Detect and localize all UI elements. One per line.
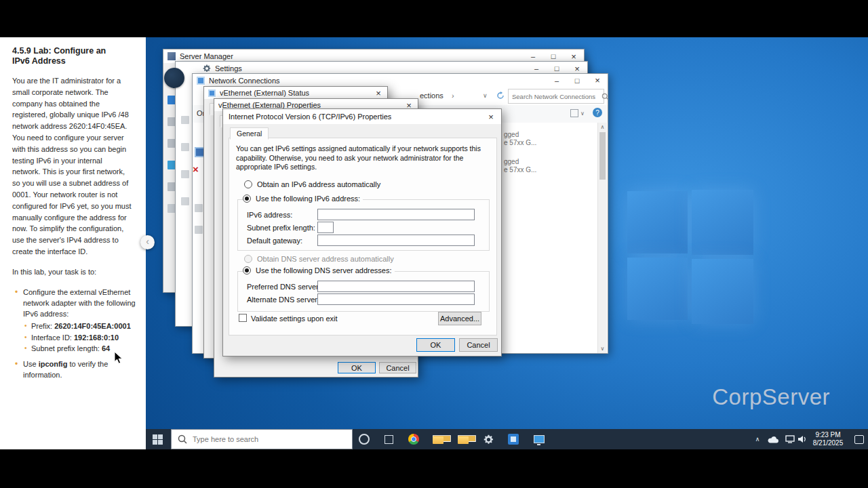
- cancel-button[interactable]: Cancel: [459, 338, 498, 352]
- panel-collapse-button[interactable]: ‹: [140, 235, 155, 249]
- breadcrumb[interactable]: ections: [420, 92, 443, 100]
- subitem-value: 2620:14F0:45EA:0001: [54, 322, 131, 330]
- clock[interactable]: 9:23 PM 8/21/2025: [809, 429, 847, 449]
- view-dropdown-icon[interactable]: ∨: [580, 110, 585, 117]
- hyperv-manager-button[interactable]: [503, 429, 524, 449]
- network-adapter-icon[interactable]: [195, 226, 203, 234]
- settings-gear-icon: [203, 64, 211, 73]
- task-subitem-interface-id: Interface ID: 192:168:0:10: [31, 332, 137, 343]
- radio-label[interactable]: Obtain an IPv6 address automatically: [257, 180, 380, 188]
- radio-circle[interactable]: [244, 180, 252, 188]
- radio-use-ipv6-address[interactable]: Use the following IPv6 address:: [243, 195, 363, 203]
- window-title: Network Connections: [209, 77, 280, 85]
- action-center-icon: [854, 435, 864, 444]
- subnet-prefix-label: Subnet prefix length:: [247, 224, 315, 232]
- cancel-button[interactable]: Cancel: [379, 362, 416, 373]
- onedrive-tray-button[interactable]: [765, 429, 781, 449]
- cortana-icon: [359, 434, 370, 445]
- task-item-configure-adapter: Configure the external vEthernet network…: [23, 287, 137, 354]
- validate-settings-label[interactable]: Validate settings upon exit: [251, 314, 338, 323]
- radio-obtain-ipv6-auto[interactable]: Obtain an IPv6 address automatically: [244, 180, 383, 188]
- chrome-button[interactable]: [403, 429, 424, 449]
- settings-button[interactable]: [478, 429, 498, 449]
- task-sublist: Prefix: 2620:14F0:45EA:0001 Interface ID…: [23, 321, 137, 354]
- refresh-icon[interactable]: [496, 92, 505, 100]
- screen: 4.5.9 Lab: Configure an IPv6 Address You…: [0, 0, 868, 488]
- window-title: Server Manager: [180, 52, 233, 60]
- radio-circle[interactable]: [243, 266, 251, 274]
- server-manager-icon: [167, 52, 176, 60]
- taskbar-search-input[interactable]: [187, 434, 352, 444]
- windows-logo-tile: [627, 258, 688, 320]
- task-text: Configure the external vEthernet network…: [23, 288, 136, 318]
- radio-label[interactable]: Use the following IPv6 address:: [256, 195, 360, 203]
- taskbar-search-box[interactable]: [171, 429, 353, 449]
- tray-expand-button[interactable]: ∧: [751, 429, 764, 449]
- address-dropdown-icon[interactable]: ∨: [483, 92, 488, 99]
- volume-tray-button[interactable]: [794, 429, 810, 449]
- close-button[interactable]: ×: [587, 74, 608, 87]
- validate-settings-checkbox[interactable]: [239, 314, 247, 322]
- tab-general[interactable]: General: [230, 127, 269, 140]
- network-connections-titlebar[interactable]: Network Connections – □ ×: [193, 74, 608, 87]
- task-subitem-prefix: Prefix: 2620:14F0:45EA:0001: [31, 321, 137, 331]
- default-gateway-label: Default gateway:: [247, 237, 302, 245]
- speaker-icon: [798, 435, 807, 443]
- windows-logo-tile: [627, 191, 688, 253]
- breadcrumb-chevron-icon[interactable]: ›: [452, 92, 454, 100]
- dialog-title: vEthernet (External) Status: [220, 89, 309, 97]
- search-icon: [178, 434, 187, 444]
- minimize-button[interactable]: –: [547, 74, 567, 87]
- radio-circle[interactable]: [243, 195, 251, 203]
- subitem-value: 192:168:0:10: [74, 333, 119, 342]
- scroll-down-icon[interactable]: ∨: [598, 344, 607, 353]
- ipv6-address-label: IPv6 address:: [247, 211, 292, 219]
- cortana-button[interactable]: [354, 429, 374, 449]
- advanced-button[interactable]: Advanced...: [438, 312, 481, 325]
- radio-circle: [244, 255, 252, 263]
- search-icon: [601, 93, 609, 100]
- window-title: Settings: [215, 64, 242, 73]
- file-explorer-button[interactable]: [428, 429, 448, 449]
- help-icon[interactable]: ?: [593, 108, 602, 117]
- task-view-button[interactable]: [378, 429, 399, 449]
- vertical-scrollbar[interactable]: ∧ ∨: [597, 123, 607, 353]
- vm-connection-button[interactable]: [529, 429, 549, 449]
- radio-label[interactable]: Use the following DNS server addresses:: [256, 266, 392, 274]
- preferred-dns-field[interactable]: [317, 281, 475, 292]
- settings-nav-icon: [181, 116, 189, 124]
- chevron-up-icon: ∧: [755, 436, 760, 443]
- start-button[interactable]: [146, 429, 170, 449]
- scrollbar-thumb[interactable]: [599, 132, 606, 180]
- lab-description: You are the IT administrator for a small…: [12, 75, 132, 258]
- lab-title: 4.5.9 Lab: Configure an IPv6 Address: [12, 46, 122, 66]
- close-button[interactable]: ×: [481, 109, 501, 124]
- windows-start-icon: [153, 434, 163, 445]
- ipv6-dialog-titlebar[interactable]: Internet Protocol Version 6 (TCP/IPv6) P…: [223, 109, 501, 124]
- disabled-x-icon: ×: [193, 163, 199, 175]
- task-view-icon: [384, 435, 393, 444]
- status-dialog-titlebar[interactable]: vEthernet (External) Status ×: [204, 87, 387, 99]
- ipv6-address-field[interactable]: [317, 209, 475, 220]
- ok-button[interactable]: OK: [338, 362, 376, 373]
- explorer-search-input[interactable]: [509, 93, 601, 100]
- alternate-dns-field[interactable]: [317, 293, 475, 305]
- radio-use-dns-addresses[interactable]: Use the following DNS server addresses:: [243, 266, 395, 274]
- network-icon: [785, 435, 795, 443]
- lab-instructions-panel: 4.5.9 Lab: Configure an IPv6 Address You…: [0, 37, 146, 449]
- settings-nav-icon: [181, 170, 189, 178]
- network-adapter-icon[interactable]: [195, 204, 203, 212]
- close-button[interactable]: ×: [370, 87, 387, 99]
- scroll-up-icon[interactable]: ∧: [598, 123, 607, 131]
- ok-button[interactable]: OK: [416, 338, 455, 352]
- task-text-bold: ipconfig: [39, 360, 68, 368]
- network-connections-icon: [197, 77, 205, 85]
- folder-button[interactable]: [453, 429, 473, 449]
- explorer-search-box[interactable]: [508, 89, 604, 104]
- default-gateway-field[interactable]: [317, 235, 475, 246]
- view-grid-icon[interactable]: [570, 109, 578, 117]
- action-center-button[interactable]: [850, 429, 868, 449]
- subnet-prefix-field[interactable]: [317, 222, 334, 233]
- maximize-button[interactable]: □: [567, 74, 587, 87]
- subitem-label: Subnet prefix length:: [31, 344, 102, 352]
